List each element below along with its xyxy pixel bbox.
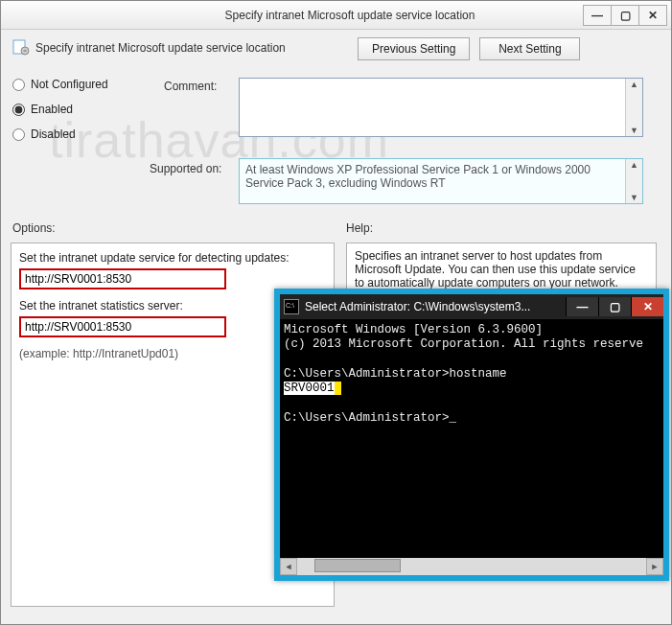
radio-enabled[interactable]: Enabled: [12, 103, 108, 116]
scroll-down-icon[interactable]: ▼: [626, 192, 642, 203]
console-highlight-marker: [335, 382, 342, 395]
radio-disabled-label: Disabled: [31, 127, 76, 141]
console-maximize-button[interactable]: ▢: [598, 297, 631, 316]
console-output-hostname: SRV0001: [284, 382, 335, 395]
radio-enabled-label: Enabled: [31, 103, 73, 116]
svg-rect-2: [24, 50, 27, 51]
stats-url-input[interactable]: [19, 316, 226, 337]
console-icon: [284, 299, 299, 314]
scroll-track[interactable]: [297, 558, 646, 575]
console-close-button[interactable]: ✕: [631, 297, 663, 316]
supported-text: At least Windows XP Professional Service…: [240, 159, 625, 203]
radio-disabled-input[interactable]: [12, 128, 25, 141]
previous-setting-button[interactable]: Previous Setting: [358, 37, 470, 60]
scroll-left-icon[interactable]: ◄: [280, 558, 297, 575]
scroll-thumb[interactable]: [314, 559, 401, 572]
console-controls: — ▢ ✕: [566, 297, 663, 316]
help-label: Help:: [346, 221, 373, 235]
next-setting-button[interactable]: Next Setting: [479, 37, 580, 60]
radio-not-configured[interactable]: Not Configured: [12, 78, 108, 91]
maximize-button[interactable]: ▢: [611, 5, 639, 26]
detect-label: Set the intranet update service for dete…: [19, 251, 326, 265]
console-body[interactable]: Microsoft Windows [Version 6.3.9600] (c)…: [280, 319, 663, 558]
supported-box: At least Windows XP Professional Service…: [239, 158, 643, 204]
console-line-copyright: (c) 2013 Microsoft Corporation. All righ…: [284, 337, 643, 351]
scroll-down-icon[interactable]: ▼: [626, 125, 642, 136]
scroll-up-icon[interactable]: ▲: [626, 79, 642, 90]
radio-not-configured-label: Not Configured: [31, 78, 108, 91]
console-title: Select Administrator: C:\Windows\system3…: [305, 300, 566, 313]
header-subtitle: Specify intranet Microsoft update servic…: [35, 41, 286, 55]
minimize-button[interactable]: —: [583, 5, 612, 26]
comment-content[interactable]: [240, 79, 625, 136]
radio-enabled-input[interactable]: [12, 104, 25, 116]
nav-buttons: Previous Setting Next Setting: [358, 37, 660, 60]
console-titlebar[interactable]: Select Administrator: C:\Windows\system3…: [280, 294, 663, 319]
console-scrollbar[interactable]: ◄ ►: [280, 558, 663, 575]
console-minimize-button[interactable]: —: [566, 297, 598, 316]
titlebar: Specify intranet Microsoft update servic…: [1, 1, 671, 30]
console-window: Select Administrator: C:\Windows\system3…: [274, 289, 669, 581]
window-title: Specify intranet Microsoft update servic…: [1, 9, 584, 22]
window-body: Specify intranet Microsoft update servic…: [1, 30, 671, 60]
help-panel: Specifies an intranet server to host upd…: [346, 243, 657, 292]
console-prompt-2: C:\Users\Administrator>: [284, 411, 450, 425]
comment-box[interactable]: ▲ ▼: [239, 78, 643, 137]
radio-disabled[interactable]: Disabled: [12, 127, 108, 141]
console-cmd-1: hostname: [450, 367, 507, 381]
close-button[interactable]: ✕: [638, 5, 667, 26]
window-controls: — ▢ ✕: [584, 5, 667, 26]
console-line-version: Microsoft Windows [Version 6.3.9600]: [284, 323, 543, 336]
policy-icon: [12, 39, 30, 57]
state-radios: Not Configured Enabled Disabled: [12, 78, 108, 141]
scroll-right-icon[interactable]: ►: [646, 558, 663, 575]
supported-scrollbar[interactable]: ▲ ▼: [625, 159, 642, 203]
detect-url-input[interactable]: [19, 268, 226, 289]
options-label: Options:: [12, 221, 56, 235]
console-prompt-1: C:\Users\Administrator>: [284, 367, 450, 381]
comment-scrollbar[interactable]: ▲ ▼: [625, 79, 642, 136]
comment-label: Comment:: [164, 80, 217, 93]
radio-not-configured-input[interactable]: [12, 79, 25, 91]
console-cursor: _: [450, 411, 457, 425]
scroll-up-icon[interactable]: ▲: [626, 159, 642, 171]
supported-label: Supported on:: [150, 162, 221, 175]
help-text: Specifies an intranet server to host upd…: [355, 249, 636, 289]
